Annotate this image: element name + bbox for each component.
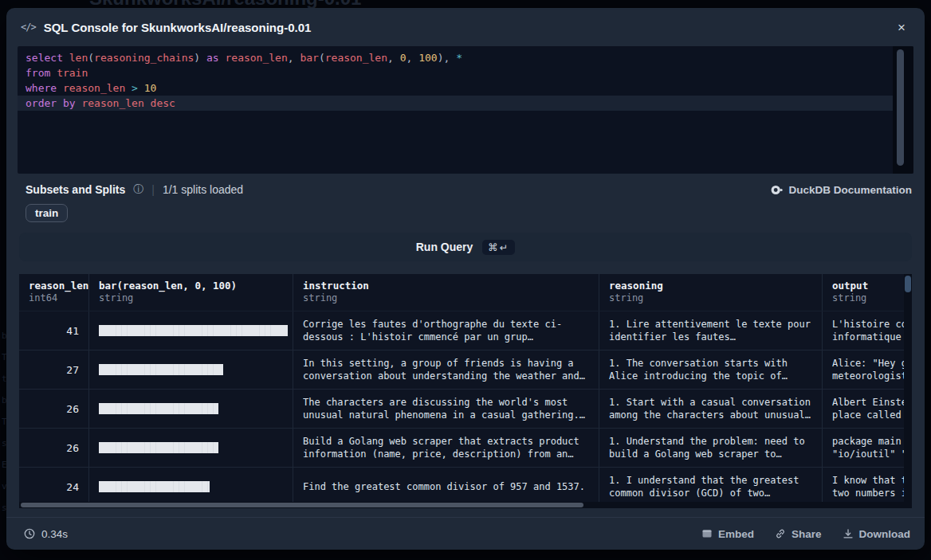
table-vscrollbar-thumb[interactable] bbox=[905, 276, 911, 292]
query-duration-value: 0.34s bbox=[41, 528, 68, 540]
code-icon: </> bbox=[21, 22, 36, 33]
cell-output: L'histoire coinformatique bbox=[823, 311, 904, 350]
run-query-button[interactable]: Run Query ⌘↵ bbox=[19, 233, 912, 261]
split-train-button[interactable]: train bbox=[26, 204, 68, 222]
cell-bar bbox=[89, 429, 293, 467]
table-row[interactable]: 41Corrige les fautes d'orthographe du te… bbox=[19, 311, 904, 350]
table-row[interactable]: 26The characters are discussing the worl… bbox=[19, 390, 904, 429]
table-row[interactable]: 27In this setting, a group of friends is… bbox=[19, 350, 904, 390]
duckdb-docs-label: DuckDB Documentation bbox=[788, 184, 912, 196]
code-line[interactable]: select len(reasoning_chains) as reason_l… bbox=[18, 50, 913, 65]
close-icon[interactable]: × bbox=[894, 18, 909, 37]
column-header-instruction: instructionstring bbox=[293, 274, 599, 311]
cell-reason-len: 27 bbox=[19, 350, 89, 389]
query-duration: 0.34s bbox=[24, 528, 68, 540]
subsets-row: Subsets and Splits ⓘ | 1/1 splits loaded… bbox=[26, 182, 912, 197]
cell-reasoning: 1. Understand the problem: need to build… bbox=[599, 429, 823, 467]
embed-button[interactable]: Embed bbox=[701, 528, 754, 540]
modal-title: SQL Console for SkunkworksAI/reasoning-0… bbox=[44, 21, 886, 34]
results-table-scroll-area[interactable]: reason_lenint64bar(reason_len, 0, 100)st… bbox=[19, 274, 904, 502]
share-label: Share bbox=[792, 528, 822, 540]
column-header-reason_len: reason_lenint64 bbox=[19, 274, 89, 311]
cmd-enter-kbd: ⌘↵ bbox=[482, 240, 515, 255]
cell-bar bbox=[89, 311, 293, 350]
cell-output: package main "io/ioutil" " bbox=[823, 429, 904, 467]
table-header-row: reason_lenint64bar(reason_len, 0, 100)st… bbox=[19, 274, 904, 311]
cell-output: Alice: "Hey gmeteorologist bbox=[823, 350, 904, 389]
sql-console-modal: </> SQL Console for SkunkworksAI/reasoni… bbox=[6, 8, 925, 550]
table-vscrollbar-track bbox=[904, 274, 912, 502]
cell-bar bbox=[89, 390, 293, 428]
bar-chart bbox=[99, 442, 218, 453]
bar-chart bbox=[99, 325, 288, 336]
cell-reasoning: 1. Start with a casual conversation amon… bbox=[599, 390, 823, 428]
cell-reason-len: 41 bbox=[19, 311, 89, 350]
download-icon bbox=[843, 528, 854, 539]
split-row: train bbox=[26, 204, 912, 222]
modal-header: </> SQL Console for SkunkworksAI/reasoni… bbox=[6, 8, 925, 46]
cell-output: Albert Einsteplace called bbox=[823, 390, 904, 428]
column-name: instruction bbox=[303, 280, 589, 292]
download-button[interactable]: Download bbox=[843, 528, 911, 540]
column-header-reasoning: reasoningstring bbox=[599, 274, 823, 311]
editor-scrollbar-thumb[interactable] bbox=[897, 49, 904, 166]
run-query-label: Run Query bbox=[416, 241, 473, 253]
code-line[interactable]: where reason_len > 10 bbox=[18, 80, 913, 96]
link-icon bbox=[775, 528, 786, 539]
column-name: reasoning bbox=[609, 280, 812, 292]
cell-instruction: Corrige les fautes d'orthographe du text… bbox=[293, 311, 599, 350]
table-body: 41Corrige les fautes d'orthographe du te… bbox=[19, 311, 904, 502]
modal-footer: 0.34s Embed Share Download bbox=[6, 517, 925, 550]
results-table: reason_lenint64bar(reason_len, 0, 100)st… bbox=[19, 274, 912, 508]
sql-code: select len(reasoning_chains) as reason_l… bbox=[18, 46, 913, 111]
cell-instruction: Find the greatest common divisor of 957 … bbox=[293, 468, 599, 502]
cell-output: I know that ttwo numbers i bbox=[823, 468, 904, 502]
subsets-heading: Subsets and Splits bbox=[26, 183, 125, 196]
column-header-output: outputstring bbox=[823, 274, 904, 311]
download-label: Download bbox=[859, 528, 911, 540]
splits-loaded-text: 1/1 splits loaded bbox=[163, 183, 243, 196]
info-icon[interactable]: ⓘ bbox=[133, 182, 143, 197]
code-line[interactable]: order by reason_len desc bbox=[18, 96, 893, 111]
duckdb-docs-link[interactable]: DuckDB Documentation bbox=[771, 184, 912, 196]
column-type: string bbox=[303, 292, 589, 303]
column-type: int64 bbox=[29, 292, 79, 303]
bar-chart bbox=[99, 481, 210, 492]
divider: | bbox=[151, 183, 155, 196]
table-hscrollbar-thumb[interactable] bbox=[21, 503, 583, 507]
column-type: string bbox=[832, 292, 904, 303]
cell-instruction: The characters are discussing the world'… bbox=[293, 390, 599, 428]
table-row[interactable]: 24Find the greatest common divisor of 95… bbox=[19, 468, 904, 502]
share-button[interactable]: Share bbox=[775, 528, 822, 540]
clock-icon bbox=[24, 528, 35, 539]
column-name: reason_len bbox=[29, 280, 79, 292]
code-line[interactable]: from train bbox=[18, 65, 913, 80]
sql-editor[interactable]: select len(reasoning_chains) as reason_l… bbox=[18, 46, 913, 174]
duckdb-icon bbox=[771, 184, 783, 196]
embed-label: Embed bbox=[718, 528, 754, 540]
column-type: string bbox=[609, 292, 812, 303]
cell-reason-len: 24 bbox=[19, 468, 89, 502]
cell-reasoning: 1. The conversation starts with Alice in… bbox=[599, 350, 823, 389]
cell-instruction: Build a Golang web scraper that extracts… bbox=[293, 429, 599, 467]
column-header-bar-reason_len-0-100-: bar(reason_len, 0, 100)string bbox=[89, 274, 293, 311]
bar-chart bbox=[99, 364, 223, 375]
bar-chart bbox=[99, 403, 218, 414]
cell-reasoning: 1. I understand that the greatest common… bbox=[599, 468, 823, 502]
table-row[interactable]: 26Build a Golang web scraper that extrac… bbox=[19, 429, 904, 468]
column-name: output bbox=[832, 280, 904, 292]
cell-reasoning: 1. Lire attentivement le texte pour iden… bbox=[599, 311, 823, 350]
cell-bar bbox=[89, 468, 293, 502]
column-name: bar(reason_len, 0, 100) bbox=[99, 280, 283, 292]
cell-reason-len: 26 bbox=[19, 390, 89, 428]
cell-instruction: In this setting, a group of friends is h… bbox=[293, 350, 599, 389]
cell-bar bbox=[89, 350, 293, 389]
embed-icon bbox=[701, 528, 713, 539]
cell-reason-len: 26 bbox=[19, 429, 89, 467]
column-type: string bbox=[99, 292, 283, 303]
